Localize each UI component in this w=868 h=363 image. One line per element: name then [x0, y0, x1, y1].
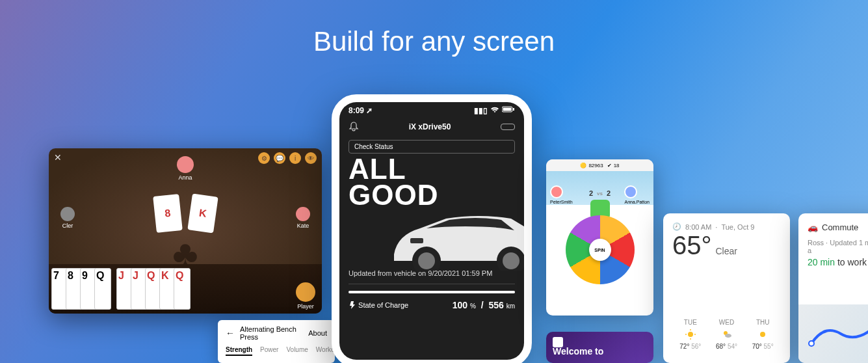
fitness-tabs: Strength Power Volume Workouts [226, 346, 327, 356]
svg-point-8 [688, 332, 693, 337]
condition: Clear [716, 246, 737, 256]
car-icon[interactable] [501, 124, 515, 130]
status-line-1: ALL [349, 156, 515, 182]
status-hero: ALL GOOD [339, 154, 524, 267]
spin-button[interactable]: SPIN [589, 239, 611, 261]
player-name: Anna [177, 174, 194, 181]
player-name: Cler [60, 222, 75, 229]
svg-point-16 [809, 341, 814, 346]
avatar [60, 207, 75, 221]
tab-strength[interactable]: Strength [226, 346, 252, 356]
svg-point-14 [725, 334, 731, 338]
player-right: Kate [296, 207, 310, 229]
avatar [550, 185, 563, 198]
status-icons: ▮▮▯ [474, 106, 515, 115]
trivia-top-bar: 🟡 82963 ✔ 18 [546, 159, 653, 171]
player-name: Kate [296, 222, 310, 229]
eye-icon[interactable]: 👁 [305, 152, 317, 164]
vehicle-image [381, 199, 532, 271]
forecast-row: TUE 72° 56° WED 68° 54° THU 70° 55° [672, 319, 781, 350]
day-name: WED [709, 319, 745, 326]
hi-lo: 70° 55° [744, 343, 781, 350]
svg-point-4 [418, 252, 435, 269]
chat-icon[interactable]: 💬 [274, 152, 285, 164]
player-name: Anna.Patton [624, 200, 650, 204]
weather-card: 🕗 8:00 AM · Tue, Oct 9 65°Clear TUE 72° … [663, 213, 790, 363]
player-top: Anna [177, 156, 194, 181]
commute-header: 🚗 Commute [808, 222, 868, 232]
playing-card: K [187, 193, 218, 233]
player-left: Cler [60, 207, 75, 229]
tab-power[interactable]: Power [260, 346, 278, 356]
svg-rect-7 [410, 238, 423, 243]
weather-datetime: 🕗 8:00 AM · Tue, Oct 9 [672, 222, 781, 231]
avatar [177, 156, 194, 173]
phone-status-bar: 8:09 ➚ ▮▮▯ [339, 102, 524, 119]
exercise-title: Alternating Bench Press [240, 325, 303, 341]
player-bottom: Player [296, 282, 315, 310]
check-badge: ✔ 18 [607, 163, 620, 168]
forecast-day: THU 70° 55° [744, 319, 781, 350]
playing-card: 8 [153, 194, 183, 233]
sun-icon [757, 329, 769, 340]
commute-sub: Ross · Updated 1 min a [808, 239, 868, 254]
coins-badge: 🟡 82963 [580, 163, 603, 168]
center-cards: 8 K [155, 195, 216, 232]
trivia-score: 2 vs 2 [589, 189, 611, 197]
forecast-day: TUE 72° 56° [672, 319, 709, 350]
hi-lo: 72° 56° [672, 343, 709, 350]
day-name: THU [744, 319, 781, 326]
tab-volume[interactable]: Volume [286, 346, 308, 356]
player-name: Player [296, 303, 315, 310]
weather-current: 65°Clear [672, 231, 781, 260]
fitness-panel: ← Alternating Bench Press About Strength… [218, 320, 335, 363]
soc-value: 100 % / 556 km [453, 300, 515, 310]
svg-rect-1 [503, 108, 512, 111]
info-icon[interactable]: i [289, 152, 301, 164]
playing-card[interactable]: Q [174, 268, 191, 310]
signal-icon: ▮▮▯ [474, 106, 488, 115]
clock-icon: 🕗 [672, 222, 681, 231]
commute-map [798, 304, 868, 363]
bell-icon[interactable] [349, 122, 359, 132]
wifi-icon [490, 106, 499, 115]
welcome-text: Welcome to [553, 346, 603, 356]
spin-wheel[interactable]: SPIN [566, 215, 635, 284]
commute-card: 🚗 Commute Ross · Updated 1 min a 20 min … [798, 213, 868, 363]
temperature: 65° [672, 231, 712, 260]
about-link[interactable]: About [308, 329, 327, 337]
status-time: 8:09 ➚ [349, 106, 373, 115]
commute-time: 20 min to work [808, 257, 868, 267]
svg-point-6 [503, 252, 519, 269]
device-collage: ✕ ⚙ 💬 i 👁 Anna Cler Kate 8 K ♣ 7 8 [0, 0, 868, 363]
soc-bar [349, 284, 515, 300]
partly-cloudy-icon [721, 329, 733, 340]
battery-icon [502, 106, 515, 115]
sun-icon [685, 329, 696, 340]
car-icon: 🚗 [808, 222, 818, 232]
welcome-card: Welcome to [546, 332, 653, 363]
vehicle-title: iX xDrive50 [409, 122, 451, 131]
soc-label: State of Charge [349, 301, 408, 309]
back-icon[interactable]: ← [226, 328, 235, 338]
playing-card[interactable]: Q [94, 268, 111, 310]
route-line [805, 317, 868, 350]
svg-rect-2 [513, 108, 514, 111]
close-icon[interactable]: ✕ [54, 152, 62, 163]
forecast-day: WED 68° 54° [709, 319, 745, 350]
tablet-card-game: ✕ ⚙ 💬 i 👁 Anna Cler Kate 8 K ♣ 7 8 [49, 148, 322, 314]
trivia-player-left: PeterSmith [550, 185, 573, 204]
trivia-game-panel: 🟡 82963 ✔ 18 PeterSmith Anna.Patton 2 vs… [546, 159, 653, 316]
avatar [296, 282, 315, 302]
svg-point-15 [760, 332, 765, 337]
app-icon [553, 337, 563, 347]
check-status-button[interactable]: Check Status [349, 140, 515, 154]
day-name: TUE [672, 319, 709, 326]
gear-icon[interactable]: ⚙ [258, 152, 270, 164]
trivia-player-right: Anna.Patton [624, 185, 650, 204]
player-name: PeterSmith [550, 200, 573, 204]
player-hand: 7 8 9 Q J J Q K Q Player [49, 264, 322, 314]
phone-car-app: 8:09 ➚ ▮▮▯ iX xDrive50 Check [332, 94, 532, 363]
avatar [296, 207, 310, 221]
avatar [624, 185, 637, 198]
